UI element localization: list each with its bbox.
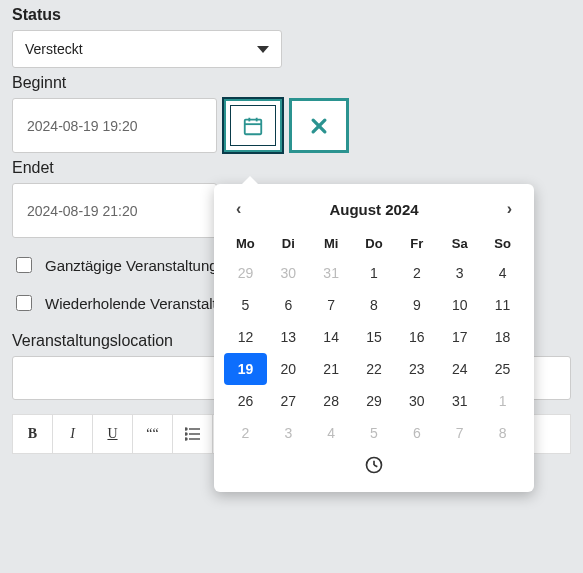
status-select[interactable]: Versteckt [12, 30, 282, 68]
day-cell[interactable]: 27 [267, 385, 310, 417]
day-cell[interactable]: 6 [395, 417, 438, 449]
day-cell[interactable]: 29 [353, 385, 396, 417]
day-cell[interactable]: 30 [395, 385, 438, 417]
dow-header: Mi [310, 230, 353, 257]
day-cell[interactable]: 6 [267, 289, 310, 321]
quote-button[interactable]: ““ [133, 415, 173, 453]
day-cell[interactable]: 5 [353, 417, 396, 449]
day-cell[interactable]: 31 [310, 257, 353, 289]
day-cell[interactable]: 4 [310, 417, 353, 449]
dow-header: Mo [224, 230, 267, 257]
day-cell[interactable]: 19 [224, 353, 267, 385]
day-cell[interactable]: 15 [353, 321, 396, 353]
day-cell[interactable]: 9 [395, 289, 438, 321]
day-cell[interactable]: 26 [224, 385, 267, 417]
date-picker-popup: ‹ August 2024 › MoDiMiDoFrSaSo 293031123… [214, 184, 534, 492]
day-cell[interactable]: 7 [310, 289, 353, 321]
clock-icon [364, 455, 384, 475]
day-cell[interactable]: 12 [224, 321, 267, 353]
svg-line-20 [374, 465, 377, 467]
close-icon [309, 116, 329, 136]
month-title[interactable]: August 2024 [329, 201, 418, 218]
day-cell[interactable]: 23 [395, 353, 438, 385]
begin-input[interactable]: 2024-08-19 19:20 [12, 98, 217, 153]
day-cell[interactable]: 25 [481, 353, 524, 385]
day-cell[interactable]: 7 [438, 417, 481, 449]
open-calendar-button[interactable] [223, 98, 283, 153]
day-cell[interactable]: 5 [224, 289, 267, 321]
day-cell[interactable]: 10 [438, 289, 481, 321]
day-cell[interactable]: 20 [267, 353, 310, 385]
day-cell[interactable]: 2 [395, 257, 438, 289]
day-cell[interactable]: 8 [353, 289, 396, 321]
dow-header: Fr [395, 230, 438, 257]
day-cell[interactable]: 3 [438, 257, 481, 289]
repeating-label: Wiederholende Veranstaltung [45, 295, 242, 312]
underline-button[interactable]: U [93, 415, 133, 453]
day-cell[interactable]: 3 [267, 417, 310, 449]
calendar-icon [242, 115, 264, 137]
day-cell[interactable]: 17 [438, 321, 481, 353]
svg-rect-0 [245, 119, 262, 134]
list-button[interactable] [173, 415, 213, 453]
status-label: Status [12, 6, 571, 24]
day-cell[interactable]: 31 [438, 385, 481, 417]
repeating-checkbox[interactable] [16, 295, 32, 311]
begin-label: Beginnt [12, 74, 571, 92]
day-cell[interactable]: 14 [310, 321, 353, 353]
svg-point-15 [185, 428, 187, 430]
day-cell[interactable]: 13 [267, 321, 310, 353]
day-cell[interactable]: 8 [481, 417, 524, 449]
allday-label: Ganztägige Veranstaltung [45, 257, 218, 274]
day-cell[interactable]: 4 [481, 257, 524, 289]
day-cell[interactable]: 1 [353, 257, 396, 289]
prev-month-button[interactable]: ‹ [230, 196, 247, 222]
day-cell[interactable]: 30 [267, 257, 310, 289]
svg-point-17 [185, 438, 187, 440]
day-cell[interactable]: 28 [310, 385, 353, 417]
dow-header: Di [267, 230, 310, 257]
day-cell[interactable]: 22 [353, 353, 396, 385]
caret-down-icon [257, 46, 269, 53]
svg-point-16 [185, 433, 187, 435]
day-cell[interactable]: 16 [395, 321, 438, 353]
bold-button[interactable]: B [13, 415, 53, 453]
status-value: Versteckt [25, 41, 83, 57]
list-icon [185, 427, 201, 441]
end-label: Endet [12, 159, 571, 177]
time-picker-button[interactable] [224, 449, 524, 478]
dow-header: Do [353, 230, 396, 257]
allday-checkbox[interactable] [16, 257, 32, 273]
dow-header: So [481, 230, 524, 257]
day-cell[interactable]: 18 [481, 321, 524, 353]
dow-header: Sa [438, 230, 481, 257]
day-cell[interactable]: 11 [481, 289, 524, 321]
day-cell[interactable]: 21 [310, 353, 353, 385]
end-input[interactable]: 2024-08-19 21:20 [12, 183, 217, 238]
day-cell[interactable]: 1 [481, 385, 524, 417]
next-month-button[interactable]: › [501, 196, 518, 222]
italic-button[interactable]: I [53, 415, 93, 453]
day-cell[interactable]: 24 [438, 353, 481, 385]
clear-date-button[interactable] [289, 98, 349, 153]
day-cell[interactable]: 2 [224, 417, 267, 449]
day-cell[interactable]: 29 [224, 257, 267, 289]
